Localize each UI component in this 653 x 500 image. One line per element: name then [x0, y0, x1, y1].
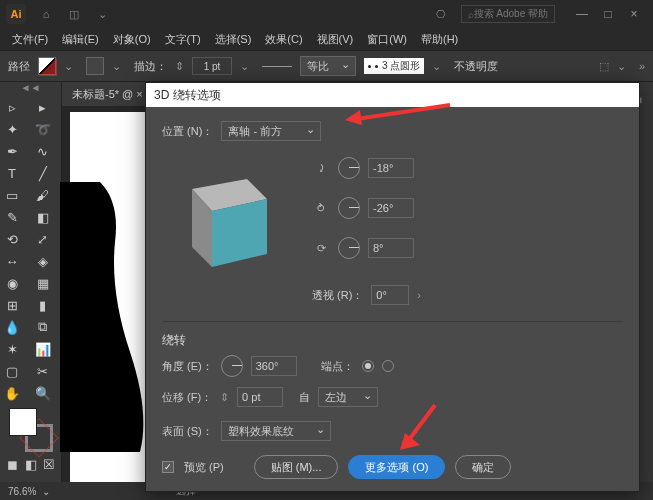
cube-preview[interactable] — [162, 149, 292, 279]
menu-select[interactable]: 选择(S) — [209, 30, 258, 49]
more-options-button[interactable]: 更多选项 (O) — [348, 455, 445, 479]
uniform-select[interactable]: 等比 — [300, 56, 356, 76]
search-input[interactable]: ⌕ 搜索 Adobe 帮助 — [461, 5, 555, 23]
shaper-tool[interactable]: ✎ — [0, 206, 24, 228]
stroke-swatch[interactable] — [86, 57, 104, 75]
stepper-icon[interactable]: ⇕ — [220, 391, 229, 404]
rotate-y-dial[interactable] — [338, 197, 360, 219]
menu-effect[interactable]: 效果(C) — [259, 30, 308, 49]
eraser-tool[interactable]: ◧ — [31, 206, 55, 228]
cap-off-radio[interactable] — [382, 360, 394, 372]
mesh-tool[interactable]: ⊞ — [0, 294, 24, 316]
surface-label: 表面 (S)： — [162, 424, 213, 439]
from-label: 自 — [299, 390, 310, 405]
gradient-tool[interactable]: ▮ — [31, 294, 55, 316]
perspective-tool[interactable]: ▦ — [31, 272, 55, 294]
home-icon[interactable]: ⌂ — [34, 2, 58, 26]
position-label: 位置 (N)： — [162, 124, 213, 139]
menu-window[interactable]: 窗口(W) — [361, 30, 413, 49]
chevron-right-icon[interactable]: › — [417, 289, 421, 301]
perspective-input[interactable] — [371, 285, 409, 305]
angle-dial[interactable] — [221, 355, 243, 377]
selection-tool[interactable]: ▹ — [0, 96, 24, 118]
graph-tool[interactable]: 📊 — [31, 338, 55, 360]
direct-selection-tool[interactable]: ▸ — [31, 96, 55, 118]
zoom-value[interactable]: 76.6% — [8, 486, 36, 497]
shape-builder-tool[interactable]: ◉ — [0, 272, 24, 294]
blend-tool[interactable]: ⧉ — [31, 316, 55, 338]
ok-button[interactable]: 确定 — [455, 455, 511, 479]
fill-stroke-control[interactable] — [9, 408, 53, 452]
cap-on-radio[interactable] — [362, 360, 374, 372]
menu-icon[interactable]: » — [639, 60, 645, 72]
style-icon[interactable]: ⬚ — [599, 60, 609, 73]
menu-object[interactable]: 对象(O) — [107, 30, 157, 49]
maximize-button[interactable]: □ — [595, 4, 621, 24]
gradient-mode[interactable]: ◧ — [23, 456, 39, 472]
lasso-tool[interactable]: ➰ — [31, 118, 55, 140]
angle-input[interactable] — [251, 356, 297, 376]
stepper-icon[interactable]: ⇕ — [175, 60, 184, 73]
none-mode[interactable]: ☒ — [41, 456, 57, 472]
cube-icon[interactable]: ◫ — [62, 2, 86, 26]
cap-label: 端点： — [321, 359, 354, 374]
revolve-dialog: 3D 绕转选项 位置 (N)： 离轴 - 前方 ⤸ ⥁ — [145, 82, 640, 492]
magic-wand-tool[interactable]: ✦ — [0, 118, 24, 140]
rotate-x-dial[interactable] — [338, 157, 360, 179]
preview-checkbox[interactable]: ✓ — [162, 461, 174, 473]
preview-label: 预览 (P) — [184, 460, 224, 475]
rectangle-tool[interactable]: ▭ — [0, 184, 24, 206]
dialog-title: 3D 绕转选项 — [146, 83, 639, 107]
slice-tool[interactable]: ✂ — [31, 360, 55, 382]
surface-select[interactable]: 塑料效果底纹 — [221, 421, 331, 441]
chevron-down-icon[interactable]: ⌄ — [240, 60, 254, 73]
artboard-tool[interactable]: ▢ — [0, 360, 24, 382]
pen-tool[interactable]: ✒ — [0, 140, 24, 162]
rotate-z-input[interactable] — [368, 238, 414, 258]
minimize-button[interactable]: — — [569, 4, 595, 24]
menu-file[interactable]: 文件(F) — [6, 30, 54, 49]
line-tool[interactable]: ╱ — [31, 162, 55, 184]
position-select[interactable]: 离轴 - 前方 — [221, 121, 321, 141]
collapse-icon[interactable]: ◄◄ — [0, 82, 61, 96]
symbol-tool[interactable]: ✶ — [0, 338, 24, 360]
rotate-y-input[interactable] — [368, 198, 414, 218]
menu-view[interactable]: 视图(V) — [311, 30, 360, 49]
width-tool[interactable]: ↔ — [0, 250, 24, 272]
menu-edit[interactable]: 编辑(E) — [56, 30, 105, 49]
chevron-down-icon[interactable]: ⌄ — [617, 60, 631, 73]
hand-tool[interactable]: ✋ — [0, 382, 24, 404]
rotate-x-input[interactable] — [368, 158, 414, 178]
menu-type[interactable]: 文字(T) — [159, 30, 207, 49]
chevron-down-icon[interactable]: ⌄ — [42, 486, 50, 497]
offset-input[interactable] — [237, 387, 283, 407]
revolve-section: 绕转 — [162, 332, 623, 349]
curvature-tool[interactable]: ∿ — [31, 140, 55, 162]
zoom-tool[interactable]: 🔍 — [31, 382, 55, 404]
chevron-down-icon[interactable]: ⌄ — [432, 60, 446, 73]
rotate-z-dial[interactable] — [338, 237, 360, 259]
scale-tool[interactable]: ⤢ — [31, 228, 55, 250]
eyedropper-tool[interactable]: 💧 — [0, 316, 24, 338]
cloud-icon[interactable]: ⎔ — [429, 2, 453, 26]
fill-swatch[interactable] — [38, 57, 56, 75]
brush-tool[interactable]: 🖌 — [31, 184, 55, 206]
chevron-down-icon[interactable]: ⌄ — [90, 2, 114, 26]
from-select[interactable]: 左边 — [318, 387, 378, 407]
dash-preview[interactable]: 3 点圆形 — [364, 58, 424, 74]
menu-help[interactable]: 帮助(H) — [415, 30, 464, 49]
free-transform-tool[interactable]: ◈ — [31, 250, 55, 272]
fill-box[interactable] — [9, 408, 37, 436]
chevron-down-icon[interactable]: ⌄ — [112, 60, 126, 73]
chevron-down-icon[interactable]: ⌄ — [64, 60, 78, 73]
close-button[interactable]: × — [621, 4, 647, 24]
tools-panel: ◄◄ ▹ ▸ ✦ ➰ ✒ ∿ T ╱ ▭ 🖌 ✎ ◧ ⟲ ⤢ ↔ ◈ ◉ ▦ ⊞… — [0, 82, 62, 482]
color-mode[interactable]: ◼ — [5, 456, 21, 472]
line-preview — [262, 66, 292, 67]
axis-z-icon: ⟳ — [312, 239, 330, 257]
map-art-button[interactable]: 贴图 (M)... — [254, 455, 339, 479]
type-tool[interactable]: T — [0, 162, 24, 184]
document-tab[interactable]: 未标题-5* @ × — [62, 82, 153, 106]
stroke-weight-input[interactable] — [192, 57, 232, 75]
rotate-tool[interactable]: ⟲ — [0, 228, 24, 250]
